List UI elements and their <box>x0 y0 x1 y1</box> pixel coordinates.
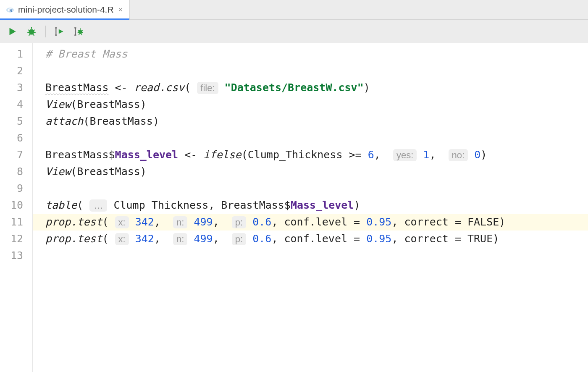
debug-cursor-icon[interactable] <box>74 26 84 37</box>
close-icon[interactable]: × <box>118 5 124 14</box>
editor-tab[interactable]: R mini-project-solution-4.R × <box>0 0 130 19</box>
run-icon[interactable] <box>7 26 18 37</box>
tab-bar: R mini-project-solution-4.R × <box>0 0 588 20</box>
code-line[interactable] <box>45 63 588 79</box>
code-line[interactable]: attach(BreastMass) <box>45 113 588 130</box>
r-file-icon: R <box>6 5 14 14</box>
run-cursor-icon[interactable] <box>54 26 65 37</box>
code-editor[interactable]: 1 2 3 4 5 6 7 8 9 10 11 12 13 # Breast M… <box>0 43 588 372</box>
line-number: 13 <box>0 247 32 264</box>
line-number: 3 <box>0 79 32 96</box>
bug-icon[interactable] <box>26 26 37 37</box>
line-number: 10 <box>0 197 32 214</box>
code-line[interactable] <box>45 247 588 264</box>
line-number-gutter: 1 2 3 4 5 6 7 8 9 10 11 12 13 <box>0 43 33 372</box>
code-line[interactable]: View(BreastMass) <box>45 163 588 180</box>
line-number: 8 <box>0 163 32 180</box>
svg-point-3 <box>29 29 34 34</box>
toolbar-separator <box>45 26 46 37</box>
code-line-active[interactable]: prop.test( x: 342, n: 499, p: 0.6, conf.… <box>33 214 588 231</box>
toolbar <box>0 20 588 43</box>
line-number: 7 <box>0 147 32 163</box>
code-line[interactable]: table( … Clump_Thickness, BreastMass$Mas… <box>45 197 588 214</box>
code-area[interactable]: # Breast Mass BreastMass <- read.csv( fi… <box>33 43 588 372</box>
line-number: 1 <box>0 46 32 63</box>
code-line[interactable]: # Breast Mass <box>45 46 588 63</box>
svg-text:R: R <box>9 8 13 13</box>
line-number: 12 <box>0 231 32 247</box>
code-line[interactable] <box>45 180 588 197</box>
code-line[interactable] <box>45 130 588 147</box>
line-number: 11 <box>0 214 32 231</box>
line-number: 9 <box>0 180 32 197</box>
code-line[interactable]: View(BreastMass) <box>45 96 588 113</box>
line-number: 5 <box>0 113 32 130</box>
tab-filename: mini-project-solution-4.R <box>18 5 114 15</box>
line-number: 4 <box>0 96 32 113</box>
code-line[interactable]: BreastMass$Mass_level <- ifelse(Clump_Th… <box>45 147 588 163</box>
code-line[interactable]: BreastMass <- read.csv( file: "Datasets/… <box>45 79 588 96</box>
line-number: 6 <box>0 130 32 147</box>
code-line[interactable]: prop.test( x: 342, n: 499, p: 0.6, conf.… <box>45 231 588 247</box>
line-number: 2 <box>0 63 32 79</box>
